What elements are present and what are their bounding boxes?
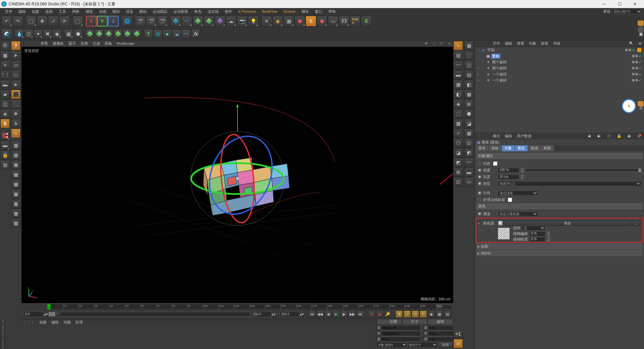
rf-domain-button[interactable]: ◫ bbox=[24, 29, 33, 38]
tab-coord[interactable]: 坐标 bbox=[489, 145, 501, 151]
vp-panel[interactable]: 面板 bbox=[105, 41, 112, 46]
tree-row[interactable]: ▦ 置换 ✔ bbox=[475, 53, 644, 59]
key-opt2-button[interactable]: ▦ bbox=[436, 310, 443, 318]
tree-row[interactable]: + ✦ 一个破碎 ✔ bbox=[475, 77, 644, 83]
record-button[interactable]: ● bbox=[368, 310, 375, 318]
tree-row[interactable]: ✦ 两个破碎 ✔ bbox=[475, 59, 644, 65]
rf-col1[interactable] bbox=[85, 29, 94, 38]
spin3[interactable]: ▴▾ bbox=[300, 310, 304, 318]
mat-create[interactable]: 创建 bbox=[39, 320, 47, 325]
menu-xparticles[interactable]: X-Particles bbox=[235, 9, 259, 14]
deer-logo-icon[interactable]: 🦌 bbox=[622, 99, 636, 113]
close-button[interactable]: ✕ bbox=[627, 0, 643, 8]
rc5[interactable]: ◧ bbox=[453, 90, 463, 99]
attr-mode[interactable]: 模式 bbox=[493, 134, 500, 139]
height-input[interactable]: 10 cm bbox=[498, 174, 519, 180]
rotate-tool[interactable]: ⟳ bbox=[59, 16, 70, 27]
tab-refresh[interactable]: 刷新 bbox=[541, 145, 554, 151]
op-file[interactable]: 文件 bbox=[493, 41, 500, 46]
rr2[interactable]: ⬚ bbox=[464, 51, 474, 60]
render-view-button[interactable]: 🎬 bbox=[135, 16, 146, 27]
add-deformer-button[interactable] bbox=[215, 16, 225, 27]
rf-fx[interactable]: .fx bbox=[191, 29, 200, 38]
weight-icon[interactable]: ⬛ bbox=[11, 99, 20, 109]
attr-new-icon[interactable]: ◉ bbox=[627, 133, 632, 139]
emulate-check[interactable] bbox=[493, 161, 497, 166]
mat-func[interactable]: 功能 bbox=[63, 320, 71, 325]
timeline-ruler[interactable]: 0102030405060708090100110120130140150160… bbox=[47, 304, 436, 309]
rect-sel-icon[interactable]: ▭ bbox=[11, 60, 20, 70]
pos-X[interactable] bbox=[381, 325, 421, 331]
rc2[interactable]: 〰 bbox=[453, 60, 463, 70]
grid9[interactable]: ▦ bbox=[11, 218, 20, 228]
rc4[interactable]: ▦ bbox=[453, 80, 463, 89]
add-light-button[interactable]: 💡 bbox=[248, 16, 259, 27]
null-icon[interactable]: ⊙ bbox=[11, 129, 20, 138]
vp-options[interactable]: 选项 bbox=[80, 41, 88, 46]
op-book[interactable]: 书签 bbox=[553, 41, 560, 46]
lock-z-button[interactable]: Z bbox=[108, 16, 119, 27]
vtab-1[interactable]: 构造 bbox=[637, 20, 644, 26]
rr6[interactable]: ▩ bbox=[464, 90, 474, 99]
rc3[interactable]: ▬ bbox=[453, 70, 463, 80]
scale-tool[interactable]: ⤢ bbox=[48, 16, 59, 27]
strength-input[interactable]: 100 % bbox=[498, 168, 519, 173]
rc-brush-icon[interactable]: ✎ bbox=[453, 41, 463, 50]
time-scrub[interactable]: 0 F bbox=[48, 312, 251, 316]
layout-dropdown[interactable]: 启动 (用户) bbox=[612, 9, 642, 14]
menu-anim[interactable]: 动画 bbox=[96, 8, 109, 15]
coord-mode2[interactable]: 绝对尺寸 bbox=[407, 342, 438, 348]
points-icon[interactable]: ⋮⋮ bbox=[0, 70, 10, 80]
vp-camera[interactable]: 摄像机 bbox=[53, 41, 64, 46]
vp-display[interactable]: 显示 bbox=[68, 41, 76, 46]
menu-script[interactable]: 脚本 bbox=[299, 8, 312, 15]
op-obj[interactable]: 对象 bbox=[529, 41, 536, 46]
move-icon[interactable]: ➤ bbox=[11, 80, 20, 89]
vtab-2[interactable]: 内容浏览器 bbox=[637, 27, 644, 33]
attr-up-icon[interactable]: ↑ bbox=[606, 133, 612, 139]
render-settings-button[interactable]: 🎬 bbox=[157, 16, 168, 27]
tab-basic[interactable]: 基本 bbox=[476, 145, 488, 151]
sample-select[interactable]: 无 bbox=[522, 226, 545, 231]
key-pla-button[interactable]: ◉ bbox=[428, 310, 435, 318]
attr-pin-icon[interactable]: 📌 bbox=[637, 133, 642, 139]
undo-button[interactable]: ↶ bbox=[1, 16, 12, 27]
prev-key-button[interactable]: ◀◀ bbox=[316, 310, 324, 318]
rr15[interactable]: ▭ bbox=[464, 177, 474, 187]
menu-plugin[interactable]: 插件 bbox=[222, 8, 235, 15]
rr4[interactable]: ▤ bbox=[464, 70, 474, 80]
xp-other-button[interactable]: ⬢ bbox=[317, 16, 327, 27]
rc-gear-icon[interactable]: ⚙ bbox=[453, 339, 463, 348]
rc10[interactable]: ⬡ bbox=[453, 138, 463, 148]
rc14[interactable]: ⊡ bbox=[453, 177, 463, 187]
menu-mograph[interactable]: 运动图形 bbox=[170, 8, 191, 15]
op-tag[interactable]: 标签 bbox=[541, 41, 548, 46]
pos-Y[interactable] bbox=[381, 331, 421, 336]
attr-next-icon[interactable]: ▶ bbox=[596, 133, 602, 139]
help-icon[interactable]: ? bbox=[11, 41, 20, 50]
play-button[interactable]: ▶ bbox=[332, 310, 340, 318]
rr10[interactable]: ▦ bbox=[464, 129, 474, 138]
rf-volume[interactable]: ◍ bbox=[153, 29, 162, 38]
vp-nav3-icon[interactable]: ⟳ bbox=[440, 41, 443, 46]
add-primitive-button[interactable] bbox=[170, 16, 181, 27]
rr3[interactable]: ◫ bbox=[464, 60, 474, 70]
grid4[interactable]: ▦ bbox=[11, 170, 20, 179]
grid2[interactable]: ▦ bbox=[11, 150, 20, 160]
xray-icon[interactable]: ◈ bbox=[0, 109, 10, 118]
tab-object[interactable]: 对象 bbox=[502, 145, 515, 151]
grid7[interactable]: ▦ bbox=[11, 199, 20, 208]
add-env-button[interactable]: ☁ bbox=[226, 16, 236, 27]
next-frame-button[interactable]: ▶ bbox=[340, 310, 348, 318]
rc11[interactable]: ◪ bbox=[453, 148, 463, 157]
rc-eq-icon[interactable]: =1 bbox=[453, 329, 463, 339]
uv-icon[interactable]: ◫ bbox=[0, 99, 10, 109]
menu-char[interactable]: 角色 bbox=[191, 8, 205, 15]
menu-render[interactable]: 渲染 bbox=[123, 8, 136, 15]
type-radio[interactable] bbox=[478, 182, 482, 186]
strength-slider[interactable] bbox=[525, 169, 641, 171]
vtab-3[interactable]: 层 bbox=[637, 101, 644, 107]
menu-octane[interactable]: Octane bbox=[280, 9, 298, 14]
prev-frame-button[interactable]: ◀ bbox=[324, 310, 332, 318]
magnet-icon[interactable]: 🧲 bbox=[0, 131, 10, 140]
